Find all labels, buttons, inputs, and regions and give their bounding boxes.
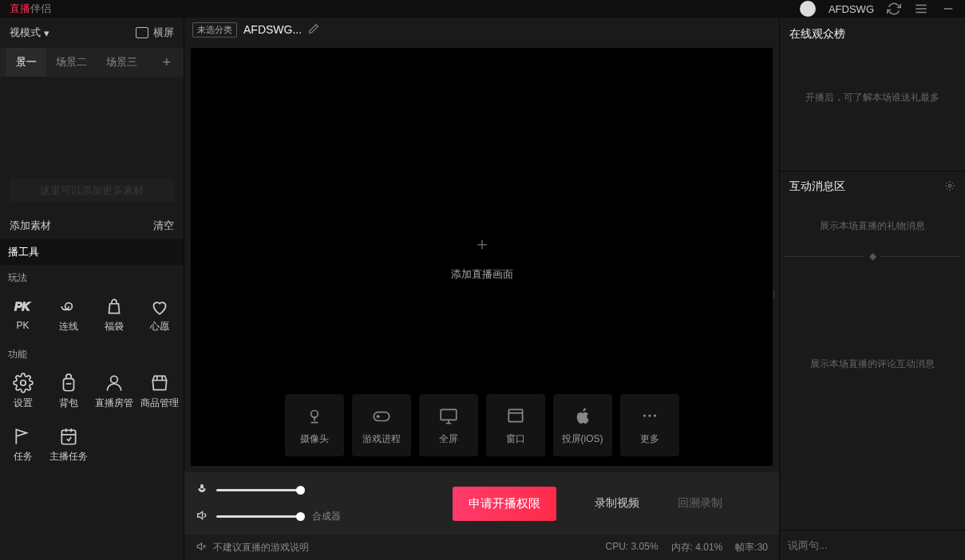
view-mode-dropdown[interactable]: 视模式▾ (10, 26, 49, 40)
svg-point-15 (653, 414, 655, 416)
gift-hint: 展示本场直播的礼物消息 (780, 202, 965, 250)
game-hint[interactable]: 不建议直播的游戏说明 (196, 541, 309, 554)
speaker-slider[interactable]: 合成器 (196, 509, 341, 524)
svg-rect-8 (61, 430, 75, 444)
scene-tab-1[interactable]: 景一 (6, 48, 46, 77)
source-hint: 这里可以添加更多素材 (10, 179, 175, 203)
admin-icon (104, 373, 125, 393)
tool-wish[interactable]: 心愿 (136, 291, 182, 338)
scene-tab-2[interactable]: 场景二 (46, 48, 97, 77)
refresh-icon[interactable] (887, 2, 901, 16)
more-icon (639, 405, 660, 426)
source-list: 这里可以添加更多素材 (0, 77, 184, 212)
category-tag[interactable]: 未选分类 (192, 22, 237, 37)
wish-icon (149, 296, 170, 317)
landscape-icon (136, 27, 148, 38)
mic-slider[interactable] (196, 483, 341, 498)
viewers-hint: 开播后，可了解本场谁送礼最多 (780, 51, 965, 171)
username[interactable]: AFDSWG (829, 3, 874, 15)
left-panel: 视模式▾ 横屏 景一 场景二 场景三 + 这里可以添加更多素材 添加素材 清空 … (0, 18, 184, 560)
source-buttons: 摄像头 游戏进程 全屏 窗口 投屏(iOS) 更多 (285, 394, 679, 456)
add-source-button[interactable]: 添加素材 (10, 219, 51, 233)
viewers-title: 在线观众榜 (780, 18, 965, 51)
tool-settings[interactable]: 设置 (0, 368, 45, 415)
msg-title: 互动消息区 (789, 179, 845, 194)
svg-point-9 (310, 410, 318, 417)
apple-icon (572, 405, 593, 426)
calendar-icon (58, 426, 79, 447)
tool-link[interactable]: 连线 (45, 291, 91, 338)
preview-area[interactable]: ＋ 添加直播画面 摄像头 游戏进程 全屏 窗口 投屏(iOS) 更多 (191, 48, 773, 466)
mute-icon (196, 541, 207, 554)
svg-point-13 (643, 414, 645, 416)
flag-icon (13, 426, 34, 447)
svg-point-5 (20, 381, 26, 386)
svg-rect-10 (374, 412, 390, 420)
source-ios[interactable]: 投屏(iOS) (553, 394, 612, 456)
gamepad-icon (371, 405, 392, 426)
source-more[interactable]: 更多 (620, 394, 679, 456)
add-scene-button[interactable]: + (156, 54, 177, 71)
right-panel: 在线观众榜 开播后，可了解本场谁送礼最多 互动消息区 展示本场直播的礼物消息 ◆… (779, 18, 965, 560)
scene-tab-3[interactable]: 场景三 (97, 48, 147, 77)
msg-divider[interactable]: ◆ (780, 250, 965, 262)
settings-icon[interactable] (944, 180, 955, 194)
tool-luckybag[interactable]: 福袋 (91, 291, 136, 338)
source-monitor[interactable]: 全屏 (419, 394, 478, 456)
shop-icon (149, 373, 170, 393)
camera-icon (304, 405, 325, 426)
link-icon (58, 296, 79, 317)
svg-text:PK: PK (14, 300, 30, 313)
expand-handle[interactable]: 》 (772, 289, 780, 300)
play-section-label: 玩法 (0, 265, 184, 288)
speaker-icon (196, 509, 208, 524)
source-window[interactable]: 窗口 (486, 394, 545, 456)
chat-input[interactable] (788, 539, 957, 551)
monitor-icon (438, 405, 459, 426)
pk-icon: PK (13, 296, 34, 317)
tools-heading: 播工具 (0, 239, 184, 265)
synth-label: 合成器 (312, 510, 341, 523)
tool-goods[interactable]: 商品管理 (136, 368, 182, 415)
app-title: 直播伴侣 (10, 2, 51, 16)
tool-room-admin[interactable]: 直播房管 (91, 368, 136, 415)
chevron-down-icon: ▾ (44, 27, 49, 39)
source-game[interactable]: 游戏进程 (352, 394, 411, 456)
tool-pk[interactable]: PKPK (0, 291, 45, 338)
mic-icon (196, 483, 208, 498)
comment-hint: 展示本场直播的评论互动消息 (780, 262, 965, 388)
orientation-toggle[interactable]: 横屏 (136, 26, 174, 40)
minimize-icon[interactable] (941, 2, 955, 16)
chat-input-bar (780, 530, 965, 560)
svg-rect-6 (63, 379, 73, 391)
backpack-icon (58, 373, 79, 393)
svg-rect-11 (441, 409, 457, 420)
tool-backpack[interactable]: 背包 (45, 368, 91, 415)
svg-point-16 (948, 184, 951, 187)
avatar[interactable] (800, 1, 816, 17)
tool-task[interactable]: 任务 (0, 421, 45, 468)
edit-icon[interactable] (308, 23, 319, 37)
clear-sources-button[interactable]: 清空 (153, 219, 174, 233)
menu-icon[interactable] (914, 2, 928, 16)
gear-icon (13, 373, 34, 393)
stats: CPU: 3.05% 内存: 4.01% 帧率:30 (606, 541, 768, 554)
svg-point-7 (110, 376, 117, 383)
plus-icon: ＋ (473, 232, 491, 256)
window-icon (505, 405, 526, 426)
function-section-label: 功能 (0, 341, 184, 365)
topbar: 直播伴侣 AFDSWG (0, 0, 965, 18)
center-panel: 未选分类 AFDSWG... ＋ 添加直播画面 摄像头 游戏进程 全屏 窗口 投… (184, 18, 779, 560)
replay-button[interactable]: 回溯录制 (678, 496, 722, 511)
svg-point-14 (648, 414, 651, 416)
source-camera[interactable]: 摄像头 (285, 394, 344, 456)
room-title: AFDSWG... (243, 23, 302, 36)
start-stream-button[interactable]: 申请开播权限 (453, 487, 556, 521)
bag-icon (104, 296, 125, 317)
add-source-label: 添加直播画面 (451, 267, 513, 282)
record-button[interactable]: 录制视频 (595, 496, 639, 511)
scene-tabs: 景一 场景二 场景三 + (0, 48, 184, 77)
tool-anchor-task[interactable]: 主播任务 (45, 421, 91, 468)
svg-rect-12 (508, 409, 522, 421)
bottom-bar: 合成器 申请开播权限 录制视频 回溯录制 不建议直播的游戏说明 CPU: 3.0… (184, 472, 779, 560)
